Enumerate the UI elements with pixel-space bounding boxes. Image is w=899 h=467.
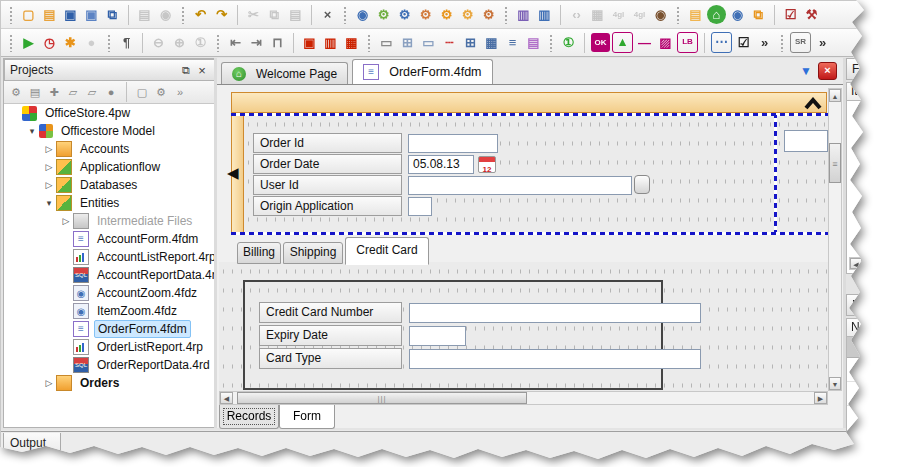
screen-array-icon[interactable]: ▦ [482, 33, 501, 52]
code-lookup-icon[interactable]: ◉ [728, 5, 747, 24]
tree-collapsed-arrow-icon[interactable]: ▷ [42, 162, 56, 172]
tree-item-accountreportdata-4rd[interactable]: AccountReportData.4rd [4, 266, 215, 284]
editor-vertical-scrollbar[interactable]: ▲ ≡ ▼ [828, 88, 842, 391]
welcome-page-icon[interactable]: ⌂ [707, 5, 726, 24]
close-tab-icon[interactable]: × [818, 62, 837, 80]
redo-icon[interactable]: ↷ [212, 5, 231, 24]
new-database-icon[interactable]: ▥ [514, 5, 533, 24]
toolbar-overflow-icon[interactable]: » [755, 33, 774, 52]
horizontal-scroll-thumb[interactable] [865, 258, 899, 269]
table-widget-icon[interactable]: ⊞ [461, 33, 480, 52]
tree-expanded-arrow-icon[interactable]: ▾ [25, 126, 39, 136]
items-column-header[interactable]: Items [846, 82, 899, 102]
entity-browser-icon[interactable]: ◉ [353, 5, 372, 24]
tree-item-orderreportdata-4rd[interactable]: OrderReportData.4rd [4, 356, 215, 374]
tree-item-itemzoom-4fdz[interactable]: ItemZoom.4fdz [4, 302, 215, 320]
hbox-container-icon[interactable]: ▣ [300, 33, 319, 52]
compile-icon[interactable]: ⚙ [374, 5, 393, 24]
field-input-credit-card-number[interactable] [409, 303, 701, 323]
bottom-tab-records[interactable]: Records [219, 405, 279, 429]
name-column-header[interactable]: Name [846, 318, 899, 338]
property-row[interactable] [847, 382, 899, 406]
line-widget-icon[interactable]: — [635, 33, 654, 52]
close-panel-icon[interactable]: × [195, 63, 209, 78]
property-group-row[interactable]: ▾ [847, 337, 899, 358]
field-label-origin-application[interactable]: Origin Application [253, 196, 402, 216]
toolbar-grip[interactable] [181, 6, 185, 24]
tree-item-accountzoom-4fdz[interactable]: AccountZoom.4fdz [4, 284, 215, 302]
tree-widget-icon[interactable]: ≡ [503, 33, 522, 52]
property-row[interactable] [847, 406, 899, 429]
collapse-section-icon[interactable] [803, 96, 823, 114]
toolbar-grip[interactable] [367, 34, 371, 52]
scroll-left-icon[interactable]: ◀ [220, 392, 233, 404]
delete-icon[interactable]: × [318, 5, 337, 24]
clean-all-icon[interactable]: ⚙ [479, 5, 498, 24]
toolbar-grip[interactable] [549, 34, 553, 52]
detached-field-input[interactable] [784, 130, 828, 152]
run-with-timer-icon[interactable]: ◷ [40, 33, 59, 52]
button-widget-icon[interactable]: OK [591, 33, 610, 52]
editor-horizontal-scrollbar[interactable]: ◀ ||| ▶ [219, 391, 828, 405]
tools-icon[interactable]: ⚒ [802, 5, 821, 24]
tree-item-orderlistreport-4rp[interactable]: OrderListReport.4rp [4, 338, 215, 356]
picture-widget-icon[interactable]: ▨ [656, 33, 675, 52]
toolbar-overflow-button-2[interactable]: » [813, 33, 832, 52]
tree-item-applicationflow[interactable]: ▷Applicationflow [4, 158, 215, 176]
toolbar-grip[interactable] [9, 6, 13, 24]
bottom-tab-form[interactable]: Form [279, 405, 335, 429]
save-all-icon[interactable]: ⧉ [103, 5, 122, 24]
clean-icon[interactable]: ⚙ [416, 5, 435, 24]
scroll-down-icon[interactable]: ▼ [829, 377, 841, 390]
tree-item-accountlistreport-4rp[interactable]: AccountListReport.4rp [4, 248, 215, 266]
vbox-container-icon[interactable]: ▥ [321, 33, 340, 52]
field-input-expiry-date[interactable] [409, 326, 466, 346]
import-database-icon[interactable]: ▥ [535, 5, 554, 24]
tree-expanded-arrow-icon[interactable]: ▾ [42, 198, 56, 208]
field-input-user-id[interactable] [408, 176, 632, 195]
build-icon[interactable]: ⚙ [395, 5, 414, 24]
checkbox-widget-icon[interactable]: ☑ [734, 33, 753, 52]
combobox-widget-icon[interactable]: ▤ [524, 33, 543, 52]
label-widget-icon[interactable]: LB [677, 32, 698, 53]
spacer-item-icon[interactable]: ┄ [440, 33, 459, 52]
editor-tab-welcome-page[interactable]: Welcome Page [221, 62, 348, 84]
vertical-scroll-thumb[interactable]: ≡ [829, 143, 841, 183]
toolbar-grip[interactable] [216, 34, 220, 52]
field-label-order-id[interactable]: Order Id [253, 133, 402, 153]
save-icon[interactable]: ▣ [61, 5, 80, 24]
field-input-origin-application[interactable] [408, 197, 432, 216]
field-label-order-date[interactable]: Order Date [253, 154, 402, 174]
folder-container-icon[interactable]: ▭ [377, 33, 396, 52]
align-top-icon[interactable]: ⊓ [268, 33, 287, 52]
subtab-credit-card[interactable]: Credit Card [345, 237, 429, 265]
field-input-order-id[interactable] [408, 134, 498, 153]
new-file-icon[interactable]: ▢ [19, 5, 38, 24]
align-left-icon[interactable]: ⇤ [226, 33, 245, 52]
field-label-expiry-date[interactable]: Expiry Date [259, 325, 402, 346]
form-structure-root-row[interactable]: ▾ [847, 105, 899, 123]
page-container-icon[interactable]: ▭ [419, 33, 438, 52]
align-right-icon[interactable]: ⇥ [247, 33, 266, 52]
field-input-card-type[interactable] [409, 349, 701, 369]
tree-item-intermediate-files[interactable]: ▷Intermediate Files [4, 212, 215, 230]
field-order-icon[interactable]: ① [559, 33, 578, 52]
credit-card-page[interactable]: Credit Card NumberExpiry DateCard Type [219, 262, 828, 391]
float-panel-icon[interactable]: ⧉ [179, 64, 193, 77]
tree-item-officestore-4pw[interactable]: OfficeStore.4pw [4, 104, 215, 122]
run-icon[interactable]: ▶ [19, 33, 38, 52]
tree-collapsed-arrow-icon[interactable]: ▷ [59, 216, 73, 226]
form-section-header-bar[interactable] [231, 92, 827, 113]
open-icon[interactable]: ▤ [40, 5, 59, 24]
toolbar-grip[interactable] [343, 6, 347, 24]
tree-item-orderform-4fdm[interactable]: OrderForm.4fdm [4, 320, 215, 338]
tree-item-officestore-model[interactable]: ▾Officestore Model [4, 122, 215, 140]
tree-collapsed-arrow-icon[interactable]: ▷ [42, 144, 56, 154]
undo-icon[interactable]: ↶ [191, 5, 210, 24]
field-label-credit-card-number[interactable]: Credit Card Number [259, 302, 402, 323]
tree-collapsed-arrow-icon[interactable]: ▷ [42, 378, 56, 388]
configure-icon[interactable]: ⚙ [437, 5, 456, 24]
tree-item-databases[interactable]: ▷Databases [4, 176, 215, 194]
tree-collapsed-arrow-icon[interactable]: ▷ [42, 180, 56, 190]
debug-icon[interactable]: ✱ [61, 33, 80, 52]
